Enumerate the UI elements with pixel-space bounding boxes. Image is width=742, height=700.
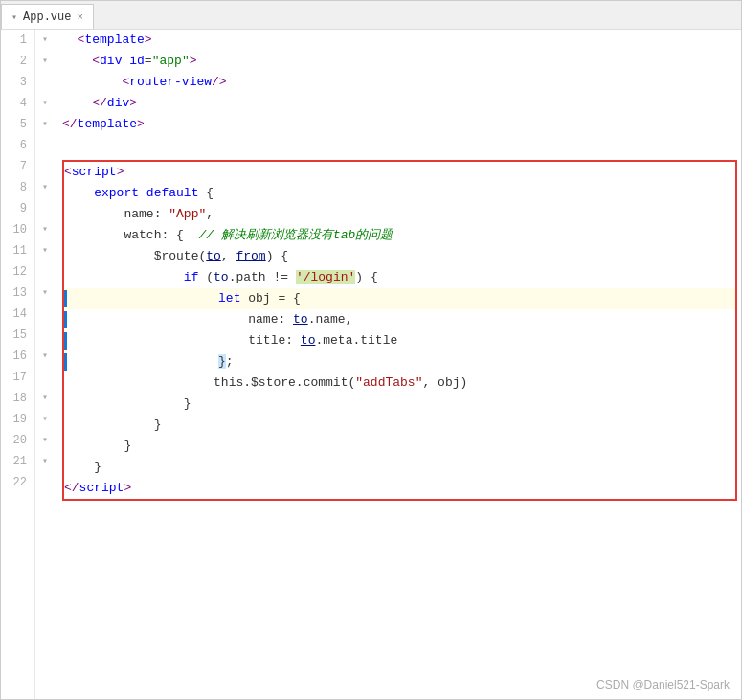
fold-icon	[35, 72, 55, 93]
line-number: 10	[1, 219, 34, 240]
code-line: };	[64, 351, 735, 373]
tab-arrow: ▾	[11, 11, 17, 23]
line-number: 6	[1, 135, 34, 156]
line-number: 14	[1, 304, 34, 325]
code-area: 12345678910111213141516171819202122 ▾▾▾▾…	[1, 30, 741, 699]
watermark: CSDN @Daniel521-Spark	[596, 678, 730, 691]
line-number: 13	[1, 282, 34, 304]
blue-bar	[64, 332, 67, 350]
line-number: 3	[1, 72, 34, 93]
fold-icon[interactable]: ▾	[35, 409, 55, 430]
code-line: name: to.name,	[64, 309, 735, 330]
fold-icon[interactable]: ▾	[35, 114, 55, 135]
fold-icon[interactable]: ▾	[35, 451, 55, 472]
code-line: watch: { // 解决刷新浏览器没有tab的问题	[64, 225, 735, 246]
code-line: <template>	[62, 30, 741, 51]
line-numbers: 12345678910111213141516171819202122	[1, 30, 35, 699]
code-line: </div>	[62, 93, 741, 114]
line-number: 20	[1, 430, 34, 451]
fold-icon	[35, 156, 55, 177]
code-line: </template>	[62, 114, 741, 135]
line-number: 7	[1, 156, 34, 177]
red-box-region: <script> export default { name: "App", w…	[62, 160, 737, 501]
line-number: 2	[1, 51, 34, 72]
code-line: export default {	[64, 183, 735, 204]
code-line: }	[64, 415, 735, 436]
fold-icon[interactable]: ▾	[35, 282, 55, 304]
code-line: </script>	[64, 478, 735, 499]
fold-icon	[35, 472, 55, 493]
line-number: 15	[1, 325, 34, 346]
fold-icon[interactable]: ▾	[35, 346, 55, 367]
code-line: <script>	[64, 162, 735, 183]
line-number: 22	[1, 472, 34, 493]
line-number: 17	[1, 367, 34, 388]
code-line: this.$store.commit("addTabs", obj)	[64, 373, 735, 394]
blue-bar	[64, 290, 67, 307]
fold-icon	[35, 198, 55, 219]
fold-icon	[35, 367, 55, 388]
code-panel: <template> <div id="app"> <router-view/>…	[55, 30, 741, 699]
line-number: 5	[1, 114, 34, 135]
fold-icon	[35, 304, 55, 325]
code-line: <router-view/>	[62, 72, 741, 93]
line-number: 1	[1, 30, 34, 51]
line-number: 11	[1, 240, 34, 261]
blue-bar	[64, 353, 67, 371]
line-number: 12	[1, 261, 34, 282]
line-number: 9	[1, 198, 34, 219]
editor-window: ▾ App.vue × 1234567891011121314151617181…	[0, 0, 742, 700]
fold-icon[interactable]: ▾	[35, 219, 55, 240]
fold-icon[interactable]: ▾	[35, 177, 55, 198]
line-number: 8	[1, 177, 34, 198]
code-lines: <template> <div id="app"> <router-view/>…	[55, 30, 741, 505]
code-line: <div id="app">	[62, 51, 741, 72]
line-number: 18	[1, 388, 34, 409]
code-line	[62, 135, 741, 156]
line-number: 19	[1, 409, 34, 430]
fold-icon[interactable]: ▾	[35, 51, 55, 72]
line-number: 4	[1, 93, 34, 114]
fold-icon[interactable]: ▾	[35, 240, 55, 261]
tab-bar: ▾ App.vue ×	[1, 1, 741, 30]
fold-icon[interactable]: ▾	[35, 388, 55, 409]
code-line: name: "App",	[64, 204, 735, 225]
code-line: let obj = {	[64, 288, 735, 309]
code-line: title: to.meta.title	[64, 330, 735, 351]
file-tab[interactable]: ▾ App.vue ×	[1, 4, 94, 29]
fold-gutter: ▾▾▾▾▾▾▾▾▾▾▾▾▾	[35, 30, 55, 699]
code-line: if (to.path != '/login') {	[64, 267, 735, 288]
tab-close-button[interactable]: ×	[77, 11, 83, 23]
code-line: }	[64, 394, 735, 415]
fold-icon	[35, 325, 55, 346]
code-line: }	[64, 436, 735, 457]
code-line: $route(to, from) {	[64, 246, 735, 267]
blue-bar	[64, 311, 67, 328]
line-number: 21	[1, 451, 34, 472]
code-line: }	[64, 457, 735, 478]
fold-icon[interactable]: ▾	[35, 30, 55, 51]
line-number: 16	[1, 346, 34, 367]
fold-icon[interactable]: ▾	[35, 430, 55, 451]
fold-icon	[35, 261, 55, 282]
fold-icon[interactable]: ▾	[35, 93, 55, 114]
fold-icon	[35, 135, 55, 156]
tab-filename: App.vue	[23, 11, 71, 24]
